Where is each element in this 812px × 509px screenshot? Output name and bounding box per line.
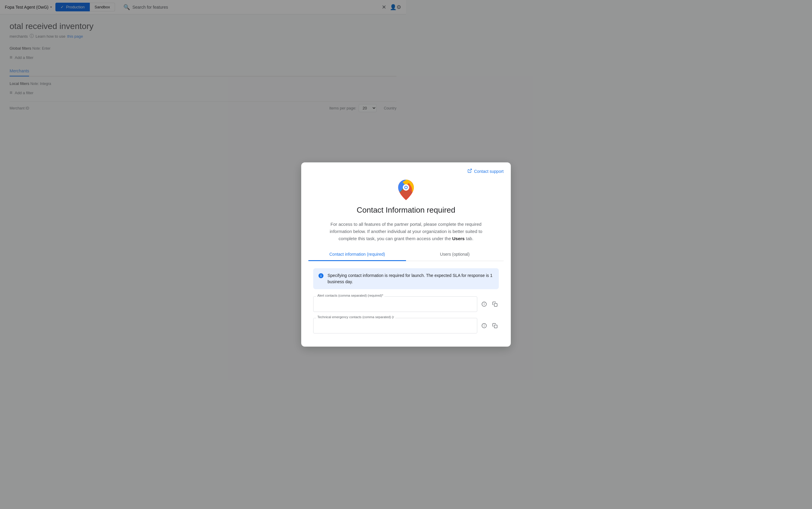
contact-info-tab-label: Contact information (required) [330, 252, 385, 254]
google-maps-logo [395, 179, 406, 201]
modal-logo [301, 174, 406, 203]
contact-info-modal: Contact support [301, 162, 406, 254]
modal-title: Contact Information required [301, 203, 406, 217]
modal-tab-bar: Contact information (required) Users (op… [308, 248, 406, 254]
modal-header: Contact support [301, 162, 406, 174]
contact-info-tab[interactable]: Contact information (required) [308, 248, 406, 254]
modal-description: For access to all features of the partne… [301, 217, 406, 248]
modal-overlay: Contact support [0, 0, 406, 254]
